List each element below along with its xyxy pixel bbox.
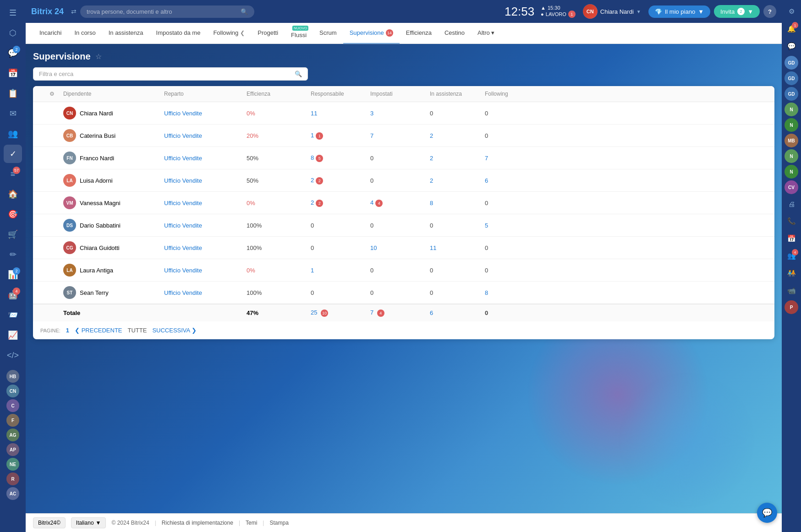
- row-impostati-cell[interactable]: 0: [370, 289, 430, 296]
- sidebar-chat-icon[interactable]: 💬 2: [4, 44, 22, 62]
- rp-avatar-gd1[interactable]: GD: [785, 56, 798, 70]
- rp-avatar-gd3[interactable]: GD: [785, 87, 798, 101]
- next-button[interactable]: SUCCESSIVA ❯: [152, 327, 197, 334]
- row-dept-link[interactable]: Ufficio Vendite: [164, 222, 202, 229]
- row-following-cell[interactable]: 0: [485, 132, 531, 139]
- sidebar-contacts-icon[interactable]: 👥: [4, 125, 22, 143]
- rp-avatar-mb[interactable]: MB: [785, 134, 798, 147]
- sidebar-analytics-icon[interactable]: 📊 2: [4, 266, 22, 284]
- col-settings[interactable]: ⚙: [40, 91, 63, 97]
- row-assistenza-cell[interactable]: 2: [430, 132, 485, 139]
- tab-incarichi[interactable]: Incarichi: [33, 23, 68, 44]
- footer-link-stampa[interactable]: Stampa: [269, 520, 288, 526]
- rp-avatar-n4[interactable]: N: [785, 165, 798, 179]
- sidebar-avatar-cn[interactable]: CN: [6, 385, 19, 397]
- sidebar-avatar-ag[interactable]: AG: [6, 429, 19, 441]
- row-impostati-cell[interactable]: 0: [370, 222, 430, 229]
- sidebar-shop-icon[interactable]: 🛒: [4, 225, 22, 244]
- row-assistenza-cell[interactable]: 0: [430, 267, 485, 274]
- filter-bar[interactable]: 🔍: [33, 67, 308, 81]
- sidebar-avatar-c[interactable]: C: [6, 399, 19, 412]
- row-responsible-cell[interactable]: 85: [311, 154, 370, 162]
- search-input[interactable]: [87, 8, 238, 15]
- row-following-cell[interactable]: 0: [485, 267, 531, 274]
- row-dept-link[interactable]: Ufficio Vendite: [164, 177, 202, 184]
- row-dept-link[interactable]: Ufficio Vendite: [164, 200, 202, 206]
- sidebar-drive-icon[interactable]: 🏠: [4, 185, 22, 203]
- prev-button[interactable]: ❮ PRECEDENTE: [75, 327, 122, 334]
- row-following-cell[interactable]: 0: [485, 110, 531, 117]
- tab-efficienza[interactable]: Efficienza: [400, 23, 438, 44]
- row-impostati-cell[interactable]: 3: [370, 110, 430, 117]
- current-page[interactable]: 1: [66, 327, 69, 334]
- row-assistenza-cell[interactable]: 0: [430, 289, 485, 296]
- row-dept-link[interactable]: Ufficio Vendite: [164, 155, 202, 162]
- sidebar-home-icon[interactable]: ⬡: [4, 24, 22, 42]
- sidebar-edit-icon[interactable]: ✏: [4, 245, 22, 264]
- row-following-cell[interactable]: 0: [485, 244, 531, 251]
- row-responsible-cell[interactable]: 11: [311, 110, 370, 117]
- row-impostati-cell[interactable]: 10: [370, 244, 430, 251]
- tab-in-corso[interactable]: In corso: [68, 23, 102, 44]
- tab-scrum[interactable]: Scrum: [313, 23, 343, 44]
- user-profile[interactable]: CN Chiara Nardi ▼: [579, 2, 645, 21]
- tab-in-assistenza[interactable]: In assistenza: [102, 23, 150, 44]
- row-impostati-cell[interactable]: 0: [370, 155, 430, 162]
- row-assistenza-cell[interactable]: 2: [430, 177, 485, 184]
- row-assistenza-cell[interactable]: 8: [430, 200, 485, 206]
- rp-print-icon[interactable]: 🖨: [784, 196, 799, 212]
- row-dept-link[interactable]: Ufficio Vendite: [164, 244, 202, 251]
- sidebar-menu-icon[interactable]: ☰: [4, 4, 22, 22]
- footer-link-temi[interactable]: Temi: [246, 520, 257, 526]
- rp-avatar-cv[interactable]: CV: [785, 180, 798, 194]
- sidebar-avatar-ne[interactable]: NE: [6, 458, 19, 471]
- rp-calendar2-icon[interactable]: 📅: [784, 231, 799, 246]
- tab-altro[interactable]: Altro ▾: [471, 23, 501, 44]
- sidebar-crm-icon[interactable]: ≡ 57: [4, 165, 22, 183]
- row-impostati-cell[interactable]: 44: [370, 199, 430, 207]
- sidebar-chart-icon[interactable]: 📈: [4, 326, 22, 344]
- sidebar-tasks-icon[interactable]: ✓: [4, 145, 22, 163]
- rp-avatar-n1[interactable]: N: [785, 103, 798, 116]
- help-button[interactable]: ?: [763, 5, 776, 18]
- row-impostati-cell[interactable]: 0: [370, 177, 430, 184]
- row-dept-link[interactable]: Ufficio Vendite: [164, 267, 202, 274]
- sidebar-docs-icon[interactable]: 📋: [4, 84, 22, 103]
- row-assistenza-cell[interactable]: 0: [430, 222, 485, 229]
- rp-avatar-gd2[interactable]: GD: [785, 71, 798, 85]
- row-assistenza-cell[interactable]: 11: [430, 244, 485, 251]
- tab-following[interactable]: Following ❮: [207, 23, 251, 44]
- rp-avatar-n2[interactable]: N: [785, 118, 798, 132]
- footer-link-implementazione[interactable]: Richiesta di implementazione: [162, 520, 233, 526]
- sidebar-mail2-icon[interactable]: 📨: [4, 306, 22, 324]
- invite-button[interactable]: Invita 2 ▼: [714, 5, 760, 18]
- row-following-cell[interactable]: 6: [485, 177, 531, 184]
- rp-people-icon[interactable]: 🧑‍🤝‍🧑: [784, 266, 799, 281]
- sidebar-robot-icon[interactable]: 🤖 4: [4, 286, 22, 304]
- rp-notifications-icon[interactable]: 🔔 1: [784, 21, 799, 37]
- rp-avatar-p[interactable]: P: [785, 300, 798, 314]
- sidebar-goals-icon[interactable]: 🎯: [4, 205, 22, 223]
- row-following-cell[interactable]: 8: [485, 289, 531, 296]
- tab-supervisione[interactable]: Supervisione 14: [343, 23, 400, 44]
- sidebar-calendar-icon[interactable]: 📅: [4, 64, 22, 82]
- rp-settings-icon[interactable]: ⚙: [784, 4, 799, 19]
- row-following-cell[interactable]: 5: [485, 222, 531, 229]
- row-impostati-cell[interactable]: 7: [370, 132, 430, 139]
- row-responsible-cell[interactable]: 1: [311, 267, 370, 274]
- footer-logo-button[interactable]: Bitrix24©: [33, 517, 66, 528]
- row-dept-link[interactable]: Ufficio Vendite: [164, 132, 202, 139]
- chat-bubble-button[interactable]: 💬: [757, 503, 777, 523]
- row-responsible-cell[interactable]: 0: [311, 289, 370, 296]
- favorite-star-icon[interactable]: ☆: [95, 52, 102, 61]
- filter-input[interactable]: [39, 71, 292, 77]
- row-assistenza-cell[interactable]: 0: [430, 110, 485, 117]
- rp-group-icon[interactable]: 👥 4: [784, 248, 799, 264]
- sidebar-avatar-ac[interactable]: AC: [6, 487, 19, 500]
- tab-progetti[interactable]: Progetti: [251, 23, 285, 44]
- refresh-icon[interactable]: ⇄: [71, 8, 77, 15]
- tab-flussi[interactable]: NUOVO Flussi: [285, 23, 313, 44]
- row-following-cell[interactable]: 7: [485, 155, 531, 162]
- row-assistenza-cell[interactable]: 2: [430, 155, 485, 162]
- row-responsible-cell[interactable]: 22: [311, 199, 370, 207]
